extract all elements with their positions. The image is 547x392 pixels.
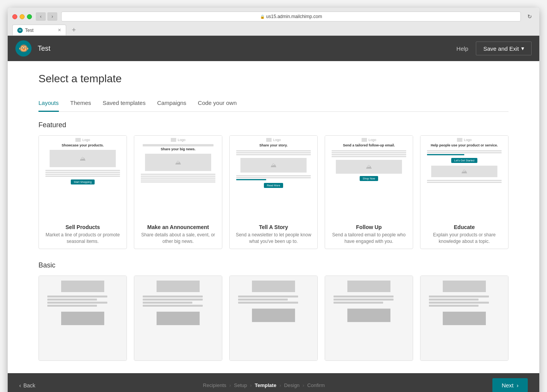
step-recipients: Recipients <box>203 382 227 388</box>
close-button[interactable] <box>12 14 17 19</box>
basic-bottom-block <box>252 309 295 322</box>
lock-icon: 🔒 <box>260 15 265 19</box>
template-name: Make an Announcement <box>139 224 217 230</box>
save-exit-button[interactable]: Save and Exit ▾ <box>476 42 532 55</box>
template-card-educate[interactable]: Logo Help people use your product or ser… <box>420 135 509 249</box>
basic-line <box>47 296 107 297</box>
mountain-icon: ⛰ <box>175 159 181 166</box>
template-card-tell-story[interactable]: Logo Share your story. ⛰ <box>229 135 318 249</box>
traffic-lights <box>12 14 32 19</box>
browser-tab[interactable]: M Test ✕ <box>12 25 66 35</box>
preview-headline: Share your story. <box>259 143 287 147</box>
back-button[interactable]: ‹ Back <box>19 382 35 389</box>
text-line <box>141 179 215 181</box>
help-link[interactable]: Help <box>457 45 469 52</box>
template-info: Tell A Story Send a newsletter to let pe… <box>230 220 317 249</box>
mountain-icon: ⛰ <box>461 168 467 175</box>
basic-template-1[interactable] <box>38 276 127 361</box>
mountain-icon: ⛰ <box>366 163 372 170</box>
basic-template-5[interactable] <box>420 276 509 361</box>
basic-template-2[interactable] <box>134 276 222 361</box>
step-template: Template <box>255 382 276 388</box>
basic-text-lines <box>334 294 404 305</box>
preview-headline: Showcase your products. <box>62 143 104 147</box>
tab-close-icon[interactable]: ✕ <box>58 28 61 33</box>
campaign-title: Test <box>38 45 50 53</box>
template-card-follow-up[interactable]: Logo Send a tailored follow-up email. <box>325 135 413 249</box>
basic-template-4[interactable] <box>325 276 413 361</box>
logo-placeholder <box>362 138 367 142</box>
tab-themes[interactable]: Themes <box>70 96 91 112</box>
logo-placeholder <box>457 138 462 142</box>
text-line <box>332 152 406 153</box>
basic-line <box>47 299 97 301</box>
preview-logo-bar: Logo <box>171 138 185 142</box>
top-navigation: 🐵 Test Help Save and Exit ▾ <box>8 36 539 61</box>
text-line <box>332 154 406 155</box>
text-line <box>45 174 120 175</box>
basic-line <box>143 296 203 297</box>
preview-logo-bar: Logo <box>362 138 376 142</box>
preview-logo-bar: Logo <box>266 138 281 142</box>
mountain-icon: ⛰ <box>80 155 86 162</box>
step-arrow-1: › <box>229 383 231 388</box>
tab-code-your-own[interactable]: Code your own <box>198 96 237 112</box>
next-button[interactable]: Next › <box>492 378 528 392</box>
chevron-down-icon: ▾ <box>521 45 524 52</box>
text-line <box>427 152 502 153</box>
template-card-announcement[interactable]: Logo Share your big news. ⛰ <box>134 135 222 249</box>
basic-line <box>429 305 479 307</box>
step-design: Design <box>284 382 299 388</box>
tab-layouts[interactable]: Layouts <box>38 96 59 112</box>
minimize-button[interactable] <box>20 14 25 19</box>
basic-title: Basic <box>38 261 509 269</box>
basic-line <box>143 299 203 301</box>
text-line <box>427 180 502 181</box>
preview-text-block-2 <box>236 174 311 181</box>
basic-image-block <box>252 281 295 292</box>
nav-left: 🐵 Test <box>15 40 50 56</box>
tab-saved-templates[interactable]: Saved templates <box>103 96 146 112</box>
favicon: M <box>17 28 23 33</box>
back-nav-button[interactable]: ‹ <box>36 12 46 21</box>
mailchimp-logo[interactable]: 🐵 <box>15 40 32 56</box>
nav-right: Help Save and Exit ▾ <box>457 42 532 55</box>
step-arrow-4: › <box>303 383 304 388</box>
preview-image: ⛰ <box>431 166 498 177</box>
tab-campaigns[interactable]: Campaigns <box>157 96 186 112</box>
basic-preview-1 <box>39 276 127 360</box>
preview-text-block-2 <box>427 179 502 184</box>
logo-placeholder <box>266 138 272 142</box>
tab-label: Test <box>25 28 33 33</box>
template-card-sell-products[interactable]: Logo Showcase your products. ⛰ <box>38 135 127 249</box>
breadcrumb-steps: Recipients › Setup › Template › Design ›… <box>203 382 325 388</box>
template-description: Market a line of products or promote sea… <box>43 232 122 245</box>
text-line <box>141 178 215 179</box>
basic-bottom-block <box>61 312 104 325</box>
basic-line <box>429 299 479 301</box>
back-arrow-icon: ‹ <box>19 382 21 389</box>
basic-template-3[interactable] <box>229 276 318 361</box>
preview-cta-button: Start Shopping <box>71 179 95 184</box>
basic-line <box>429 302 489 304</box>
template-preview-story: Logo Share your story. ⛰ <box>230 136 317 220</box>
maximize-button[interactable] <box>27 14 32 19</box>
basic-line <box>334 296 394 297</box>
basic-bottom-block <box>347 309 390 322</box>
step-confirm: Confirm <box>307 382 325 388</box>
template-preview-followup: Logo Send a tailored follow-up email. <box>325 136 413 220</box>
template-name: Educate <box>425 224 504 230</box>
basic-text-lines <box>143 294 213 308</box>
basic-text-lines <box>429 294 500 308</box>
new-tab-button[interactable]: + <box>68 25 79 35</box>
text-line <box>236 177 311 178</box>
text-line <box>332 156 406 157</box>
app-wrapper: 🐵 Test Help Save and Exit ▾ Select a tem… <box>8 36 539 392</box>
refresh-button[interactable]: ↻ <box>525 12 535 21</box>
text-line <box>236 152 311 153</box>
forward-nav-button[interactable]: › <box>47 12 57 21</box>
bottom-bar: ‹ Back Recipients › Setup › Template › D… <box>8 373 539 392</box>
address-bar[interactable]: 🔒 us15.admin.mailchimp.com <box>61 12 521 22</box>
basic-bottom-block <box>157 312 200 325</box>
preview-logo-bar: Logo <box>75 138 90 142</box>
